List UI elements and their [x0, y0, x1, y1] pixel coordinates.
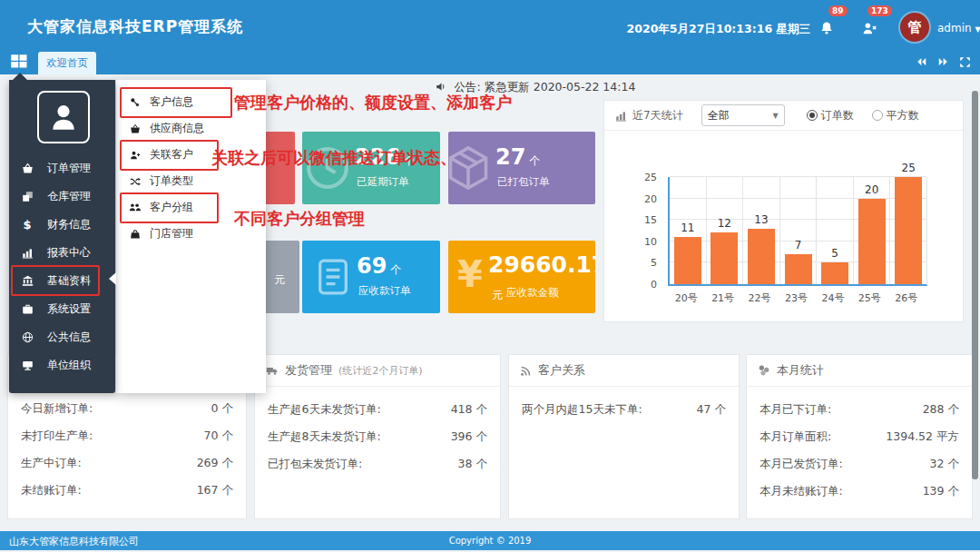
scrollbar-thumb[interactable] — [972, 91, 978, 479]
avatar-glyph: 管 — [908, 19, 922, 36]
receivable-amount-unit: 元 — [492, 289, 503, 301]
y-tick-label: 0 — [651, 279, 657, 291]
receivable-amount-value: 29660.170 — [488, 251, 595, 278]
fast-backward-icon[interactable] — [915, 56, 927, 67]
radio-off-icon — [872, 110, 883, 121]
sidebar-item-warehouse[interactable]: 仓库管理 — [9, 182, 115, 211]
customer-relations-panel: 客户关系 两个月内超15天未下单:47 个 — [508, 354, 740, 519]
stat-row: 已打包未发货订单:38 个 — [255, 450, 500, 478]
document-icon — [313, 257, 353, 297]
bell-badge: 89 — [828, 5, 848, 16]
submenu-arrow — [109, 272, 116, 285]
globe-icon — [20, 331, 34, 343]
annotation-customer-info: 管理客户价格的、额度设置、添加客户 — [234, 92, 512, 113]
bar-value-label: 20 — [854, 183, 890, 196]
stat-row: 生产中订单:269 个 — [8, 449, 246, 477]
bar — [674, 237, 701, 284]
header-bar: 大管家信息科技ERP管理系统 2020年5月27日10:13:16 星期三 89… — [0, 0, 980, 74]
sidebar-item-orders[interactable]: 订单管理 — [9, 154, 115, 182]
yen-icon: ¥ — [457, 253, 483, 295]
chevron-down-icon: ▼ — [975, 25, 980, 34]
x-tick-label: 25号 — [851, 291, 887, 305]
truck-icon — [266, 364, 279, 377]
rss-icon — [520, 365, 532, 377]
fullscreen-icon[interactable] — [959, 56, 971, 68]
y-axis-labels: 0510152025 — [604, 177, 662, 284]
submenu-item-supplier-info[interactable]: 供应商信息 — [116, 115, 266, 142]
sidebar-item-basic-data[interactable]: 基础资料 — [9, 267, 115, 295]
radio-on-icon — [807, 110, 818, 121]
bell-icon[interactable] — [819, 21, 834, 35]
keys-icon — [128, 97, 142, 108]
radio-order-count[interactable]: 订单数 — [807, 108, 854, 123]
x-axis-labels: 20号21号22号23号24号25号26号 — [668, 291, 925, 305]
customer-relations-title: 客户关系 — [538, 362, 585, 379]
month-stats-title: 本月统计 — [777, 362, 824, 379]
bar-value-label: 11 — [670, 222, 706, 234]
bar — [785, 254, 812, 284]
stat-card-packed-orders[interactable]: 27个 已打包订单 — [448, 132, 595, 204]
sidebar-item-system-settings[interactable]: 系统设置 — [9, 295, 115, 323]
receivable-amount-label: 应收款金额 — [506, 286, 559, 300]
bar-value-label: 7 — [780, 239, 817, 251]
bar — [821, 262, 848, 284]
coins-icon — [758, 364, 770, 377]
user-menu[interactable]: admin▼ — [937, 22, 980, 34]
boxes-icon — [20, 191, 34, 202]
packed-label: 已打包订单 — [497, 175, 550, 189]
chart-filter-select[interactable]: 全部▼ — [701, 104, 785, 126]
bank-icon — [20, 275, 34, 287]
footer-copyright: Copyright © 2019 — [0, 536, 980, 546]
y-tick-label: 10 — [644, 236, 657, 248]
x-tick-label: 20号 — [668, 291, 704, 305]
briefcase-icon — [20, 303, 34, 315]
radio-square-count[interactable]: 平方数 — [872, 108, 919, 123]
packed-unit: 个 — [529, 154, 540, 167]
stat-row: 两个月内超15天未下单:47 个 — [509, 396, 739, 423]
submenu-item-order-types[interactable]: 订单类型 — [116, 168, 266, 194]
tab-welcome-home[interactable]: 欢迎首页 — [38, 52, 96, 74]
y-tick-label: 20 — [644, 193, 657, 205]
x-tick-label: 26号 — [888, 291, 925, 305]
shipping-subtitle: (统计近2个月订单) — [338, 364, 423, 378]
bar-value-label: 12 — [707, 217, 743, 230]
fast-forward-icon[interactable] — [937, 56, 950, 67]
stat-card-receivable-amount[interactable]: ¥ 29660.170元 应收款金额 — [448, 241, 595, 313]
shuffle-icon — [128, 176, 142, 187]
bar — [858, 199, 886, 284]
stat-row: 生产超6天未发货订单:418 个 — [255, 396, 500, 423]
dropdown-notch — [13, 73, 27, 80]
stat-card-receivable-orders[interactable]: 69个 应收款订单 — [302, 241, 440, 313]
sidebar-item-finance[interactable]: $ 财务信息 — [9, 211, 115, 239]
user-avatar-placeholder — [37, 91, 90, 143]
x-tick-label: 21号 — [704, 291, 740, 305]
weekly-stats-panel: 近7天统计 全部▼ 订单数 平方数 0510152025 11121375202… — [603, 100, 964, 322]
chart-filter-value: 全部 — [708, 108, 730, 123]
sidebar-item-organization[interactable]: 单位组织 — [9, 351, 115, 380]
chevron-down-icon: ▼ — [772, 112, 778, 120]
stat-row: 本月未结账订单:139 个 — [747, 478, 972, 505]
main-menu-list: 订单管理 仓库管理 $ 财务信息 报表中心 基础资料 系统设置 — [9, 154, 115, 380]
basket-icon — [128, 123, 142, 134]
y-tick-label: 15 — [644, 214, 657, 226]
bar-value-label: 25 — [890, 162, 926, 174]
annotation-customer-groups: 不同客户分组管理 — [234, 208, 365, 230]
users-icon — [128, 202, 142, 213]
windows-icon[interactable] — [8, 52, 32, 71]
sidebar-item-public-info[interactable]: 公共信息 — [9, 323, 115, 351]
y-tick-label: 5 — [651, 257, 657, 269]
footer-bar: 山东大管家信息科技有限公司 Copyright © 2019 — [0, 531, 980, 550]
chart-title: 近7天统计 — [632, 108, 683, 123]
x-tick-label: 22号 — [741, 291, 778, 305]
stat-row: 生产超8天未发货订单:396 个 — [255, 423, 500, 450]
sidebar-item-reports[interactable]: 报表中心 — [9, 239, 115, 267]
user-x-icon[interactable] — [862, 21, 877, 36]
receivable-orders-unit: 个 — [390, 263, 401, 276]
shipping-panel: 发货管理 (统计近2个月订单) 生产超6天未发货订单:418 个 生产超8天未发… — [254, 354, 501, 519]
bar — [748, 229, 775, 284]
app-title: 大管家信息科技ERP管理系统 — [27, 16, 243, 37]
stat-row: 未打印生产单:70 个 — [8, 422, 246, 449]
avatar[interactable]: 管 — [900, 13, 929, 42]
radio-order-count-label: 订单数 — [821, 108, 854, 123]
receivable-orders-value: 69 — [357, 253, 387, 279]
